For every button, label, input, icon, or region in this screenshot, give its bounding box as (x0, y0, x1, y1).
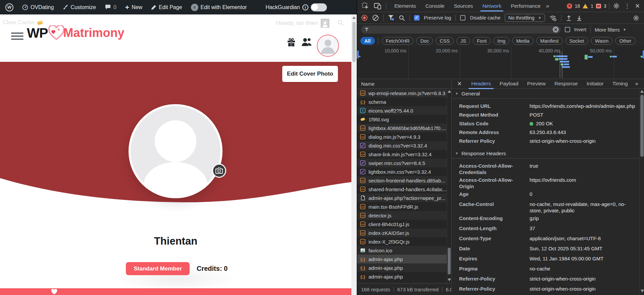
network-request-row[interactable]: dialog.min.css?ver=3.32.4 (357, 141, 447, 150)
details-tab-timing[interactable]: Timing (612, 79, 629, 88)
network-request-row[interactable]: <>detector.js (357, 211, 447, 220)
network-request-row[interactable]: favicon.ico (357, 246, 447, 255)
type-filter-doc[interactable]: Doc (416, 37, 433, 45)
clear-filter-icon[interactable]: ✕ (553, 27, 559, 33)
network-request-row[interactable]: <>share-link.min.js?ver=3.32.4 (357, 150, 447, 159)
scroll-down-arrow[interactable] (448, 279, 451, 281)
invert-checkbox[interactable] (565, 27, 570, 32)
search-network-icon[interactable] (399, 15, 405, 21)
page-scrollbar[interactable] (351, 14, 357, 295)
timeline-left-handle[interactable] (357, 50, 359, 58)
kebab-menu-icon[interactable]: ⋮ (623, 2, 631, 10)
network-request-row[interactable]: <>section-frontend-handlers.d85ab... (357, 176, 447, 185)
details-tab-preview[interactable]: Preview (527, 79, 546, 88)
filter-input[interactable]: ✕ (361, 26, 561, 34)
type-filter-font[interactable]: Font (473, 37, 491, 45)
network-request-row[interactable]: swiper.min.css?ver=8.4.5 (357, 159, 447, 167)
type-filter-media[interactable]: Media (512, 37, 534, 45)
details-scrollbar-thumb[interactable] (640, 95, 644, 157)
edit-cover-photo-button[interactable]: Edit Cover Photo (282, 66, 338, 82)
more-filters-button[interactable]: More filters ▼ (595, 27, 626, 33)
more-tabs-chevron[interactable]: » (546, 3, 548, 9)
search-icon[interactable] (337, 19, 344, 26)
requests-scrollbar[interactable] (447, 89, 451, 283)
network-request-row[interactable]: {;}admin-ajax.php (357, 272, 447, 281)
details-more-tabs-chevron[interactable]: » (635, 80, 638, 87)
filter-icon[interactable] (388, 15, 394, 21)
network-request-row[interactable]: <>index-X_2f3GQr.js (357, 237, 447, 246)
network-request-row[interactable]: <>client-Bh4c01gJ.js (357, 220, 447, 228)
network-request-row[interactable]: <>main.tsx-BsohFPdR.js (357, 202, 447, 211)
scroll-up-arrow[interactable] (448, 90, 451, 93)
friends-icon[interactable] (301, 37, 312, 47)
type-filter-css[interactable]: CSS (436, 37, 454, 45)
preserve-log-checkbox[interactable] (414, 15, 419, 20)
type-filter-other[interactable]: Other (615, 37, 635, 45)
devtools-tab-sources[interactable]: Sources (453, 1, 474, 11)
wp-logo-menu[interactable]: W (5, 3, 13, 11)
import-har-icon[interactable] (566, 15, 572, 21)
throttling-select[interactable]: No throttling ▼ (505, 14, 545, 22)
network-overview-timeline[interactable]: 10,000 ms20,000 ms30,000 ms40,000 ms50,0… (357, 46, 644, 79)
scroll-up-arrow[interactable] (352, 16, 356, 19)
error-icon[interactable]: ✕ (567, 3, 572, 9)
profile-avatar-placeholder[interactable] (129, 104, 222, 198)
admin-edit-page[interactable]: Edit Page (151, 4, 182, 10)
type-filter-img[interactable]: Img (493, 37, 509, 45)
type-filter-socket[interactable]: Socket (565, 37, 588, 45)
network-request-row[interactable]: <>dialog.min.js?ver=4.9.3 (357, 132, 447, 141)
type-filter-manifest[interactable]: Manifest (536, 37, 563, 45)
details-tab-headers[interactable]: Headers (470, 79, 492, 88)
network-request-row[interactable]: {;}schema (357, 97, 447, 106)
network-request-row[interactable]: {;}admin-ajax.php (357, 255, 447, 263)
network-request-row[interactable]: admin-ajax.php?action=wpee_pr... (357, 194, 447, 202)
close-details-icon[interactable]: ✕ (455, 80, 464, 87)
settings-gear-icon[interactable] (612, 3, 621, 9)
devtools-tab-network[interactable]: Network (482, 1, 502, 11)
network-request-row[interactable]: <>index-zKAIDSer.js (357, 228, 447, 237)
details-scrollbar[interactable] (639, 89, 644, 295)
name-column-header[interactable]: Name (357, 79, 451, 89)
type-filter-fetchxhr[interactable]: Fetch/XHR (382, 37, 414, 45)
type-filter-wasm[interactable]: Wasm (591, 37, 613, 45)
info-icon[interactable]: i (302, 4, 308, 10)
network-request-row[interactable]: {;}admin-ajax.php (357, 263, 447, 272)
disable-cache-checkbox[interactable] (460, 15, 465, 20)
scroll-up-arrow[interactable] (640, 90, 644, 93)
export-har-icon[interactable] (576, 15, 582, 21)
scroll-down-arrow[interactable] (641, 290, 644, 292)
admin-edit-elementor[interactable]: ≡ Edit with Elementor (191, 4, 247, 11)
network-conditions-icon[interactable] (549, 15, 557, 21)
issues-icon[interactable] (596, 4, 601, 8)
devtools-tab-elements[interactable]: Elements (394, 1, 417, 11)
menu-hamburger-icon[interactable] (11, 33, 23, 41)
details-tab-response[interactable]: Response (554, 79, 579, 88)
admin-customize[interactable]: Customize (62, 4, 96, 10)
hackguardian-toggle[interactable] (311, 3, 327, 11)
clear-network-icon[interactable] (372, 14, 379, 21)
network-request-row[interactable]: <>wp-emoji-release.min.js?ver=6.8.3 (357, 89, 447, 97)
type-filter-js[interactable]: JS (456, 37, 470, 45)
requests-scrollbar-thumb[interactable] (448, 248, 451, 275)
admin-site-name[interactable]: OVDating (22, 4, 54, 10)
network-request-row[interactable]: <>shared-frontend-handlers.4c8abc... (357, 185, 447, 194)
change-avatar-camera-button[interactable] (212, 164, 226, 178)
network-settings-gear-icon[interactable] (632, 15, 640, 21)
type-filter-all[interactable]: All (360, 37, 375, 45)
timeline-right-handle[interactable] (643, 50, 644, 58)
network-request-row[interactable]: lightbox.min.css?ver=3.32.4 (357, 167, 447, 176)
close-devtools-icon[interactable]: ✕ (634, 2, 641, 10)
section-header[interactable]: ▼Response Headers (452, 149, 640, 159)
admin-new[interactable]: + New (125, 4, 142, 10)
site-logo[interactable]: WP Matrimony (27, 25, 124, 41)
details-tab-payload[interactable]: Payload (499, 79, 519, 88)
inspect-element-icon[interactable] (362, 2, 369, 10)
page-scrollbar-thumb[interactable] (352, 22, 356, 62)
record-icon[interactable] (361, 14, 368, 21)
devtools-tab-console[interactable]: Console (425, 1, 445, 11)
membership-badge-button[interactable]: Standard Member (126, 262, 190, 275)
network-request-row[interactable]: <>lightbox.408665be3d65f6ab17f0.... (357, 124, 447, 132)
gift-icon[interactable] (287, 38, 296, 47)
device-toolbar-icon[interactable] (374, 3, 381, 9)
network-request-row[interactable]: Teicons.woff2?5.44.0 (357, 106, 447, 115)
